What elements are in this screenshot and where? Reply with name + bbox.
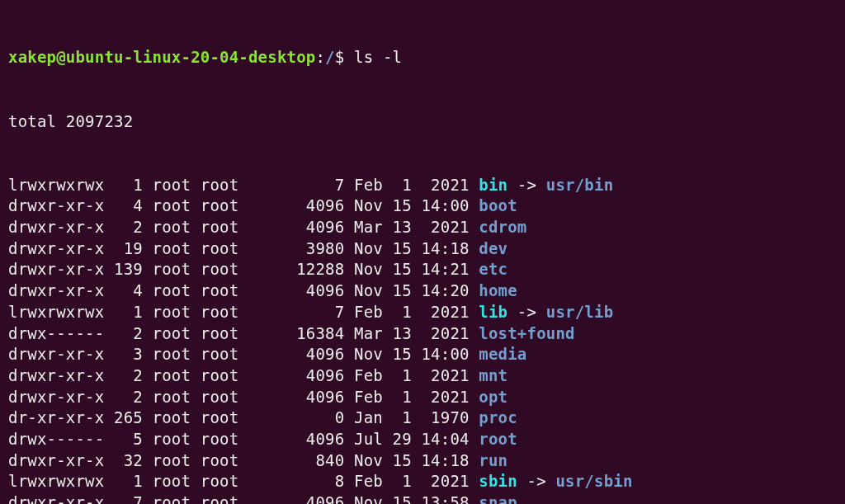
symlink-target: usr/sbin <box>555 472 632 490</box>
listing-meta: drwxr-xr-x 19 root root 3980 Nov 15 14:1… <box>8 239 479 257</box>
listing-row: drwxr-xr-x 2 root root 4096 Mar 13 2021 … <box>8 217 837 238</box>
dir-name: etc <box>479 260 507 278</box>
listing-row: drwxr-xr-x 4 root root 4096 Nov 15 14:00… <box>8 195 837 217</box>
prompt-line: xakep@ubuntu-linux-20-04-desktop:/$ ls -… <box>8 47 837 68</box>
arrow-icon: -> <box>507 176 546 194</box>
listing-meta: drwxr-xr-x 4 root root 4096 Nov 15 14:00 <box>8 196 479 214</box>
symlink-target: usr/lib <box>546 303 613 321</box>
dir-name: dev <box>479 239 507 257</box>
dir-name: media <box>479 345 526 363</box>
symlink-name: bin <box>479 176 507 194</box>
dir-name: proc <box>479 408 517 426</box>
listing-row: drwx------ 2 root root 16384 Mar 13 2021… <box>8 323 837 345</box>
listing-meta: drwxr-xr-x 2 root root 4096 Feb 1 2021 <box>8 366 479 384</box>
listing-row: drwxr-xr-x 4 root root 4096 Nov 15 14:20… <box>8 280 837 302</box>
dir-name: home <box>479 281 517 299</box>
listing-meta: drwxr-xr-x 139 root root 12288 Nov 15 14… <box>8 260 479 278</box>
total-line: total 2097232 <box>8 111 837 133</box>
listing-meta: drwxr-xr-x 2 root root 4096 Mar 13 2021 <box>8 218 479 236</box>
listing-meta: lrwxrwxrwx 1 root root 7 Feb 1 2021 <box>8 303 479 321</box>
dir-name: boot <box>479 196 517 214</box>
listing-meta: drwx------ 5 root root 4096 Jul 29 14:04 <box>8 430 479 448</box>
dir-name: opt <box>479 388 507 406</box>
listing-meta: drwxr-xr-x 32 root root 840 Nov 15 14:18 <box>8 451 479 469</box>
dir-name: snap <box>479 493 517 504</box>
terminal[interactable]: xakep@ubuntu-linux-20-04-desktop:/$ ls -… <box>0 0 845 504</box>
listing-row: drwxr-xr-x 7 root root 4096 Nov 15 13:58… <box>8 492 837 504</box>
listing-meta: lrwxrwxrwx 1 root root 7 Feb 1 2021 <box>8 176 479 194</box>
listing-row: drwxr-xr-x 2 root root 4096 Feb 1 2021 o… <box>8 387 837 408</box>
symlink-target: usr/bin <box>546 176 613 194</box>
listing-row: drwxr-xr-x 139 root root 12288 Nov 15 14… <box>8 259 837 280</box>
cwd: / <box>325 48 335 66</box>
listing-row: drwx------ 5 root root 4096 Jul 29 14:04… <box>8 429 837 450</box>
arrow-icon: -> <box>517 472 556 490</box>
listing-row: lrwxrwxrwx 1 root root 7 Feb 1 2021 lib … <box>8 302 837 323</box>
arrow-icon: -> <box>507 303 546 321</box>
listing-row: drwxr-xr-x 32 root root 840 Nov 15 14:18… <box>8 450 837 472</box>
listing-meta: drwxr-xr-x 3 root root 4096 Nov 15 14:00 <box>8 345 479 363</box>
colon: : <box>315 48 325 66</box>
listing-meta: lrwxrwxrwx 1 root root 8 Feb 1 2021 <box>8 472 479 490</box>
dir-name: root <box>479 430 517 448</box>
listing-row: drwxr-xr-x 2 root root 4096 Feb 1 2021 m… <box>8 365 837 387</box>
prompt-sigil: $ <box>335 48 354 66</box>
dir-name: lost+found <box>479 324 574 342</box>
command-text: ls -l <box>354 48 402 66</box>
listing-meta: drwx------ 2 root root 16384 Mar 13 2021 <box>8 324 479 342</box>
listing-row: drwxr-xr-x 3 root root 4096 Nov 15 14:00… <box>8 344 837 365</box>
listing-row: drwxr-xr-x 19 root root 3980 Nov 15 14:1… <box>8 238 837 260</box>
dir-name: run <box>479 451 507 469</box>
listing-meta: dr-xr-xr-x 265 root root 0 Jan 1 1970 <box>8 408 479 426</box>
dir-name: mnt <box>479 366 507 384</box>
dir-name: cdrom <box>479 218 526 236</box>
listing-meta: drwxr-xr-x 4 root root 4096 Nov 15 14:20 <box>8 281 479 299</box>
listing-meta: drwxr-xr-x 2 root root 4096 Feb 1 2021 <box>8 388 479 406</box>
symlink-name: sbin <box>479 472 517 490</box>
listing-row: dr-xr-xr-x 265 root root 0 Jan 1 1970 pr… <box>8 407 837 429</box>
listing-row: lrwxrwxrwx 1 root root 7 Feb 1 2021 bin … <box>8 175 837 196</box>
listing-row: lrwxrwxrwx 1 root root 8 Feb 1 2021 sbin… <box>8 471 837 492</box>
listing-meta: drwxr-xr-x 7 root root 4096 Nov 15 13:58 <box>8 493 479 504</box>
user-host: xakep@ubuntu-linux-20-04-desktop <box>8 48 315 66</box>
file-listing: lrwxrwxrwx 1 root root 7 Feb 1 2021 bin … <box>8 175 837 504</box>
symlink-name: lib <box>479 303 507 321</box>
